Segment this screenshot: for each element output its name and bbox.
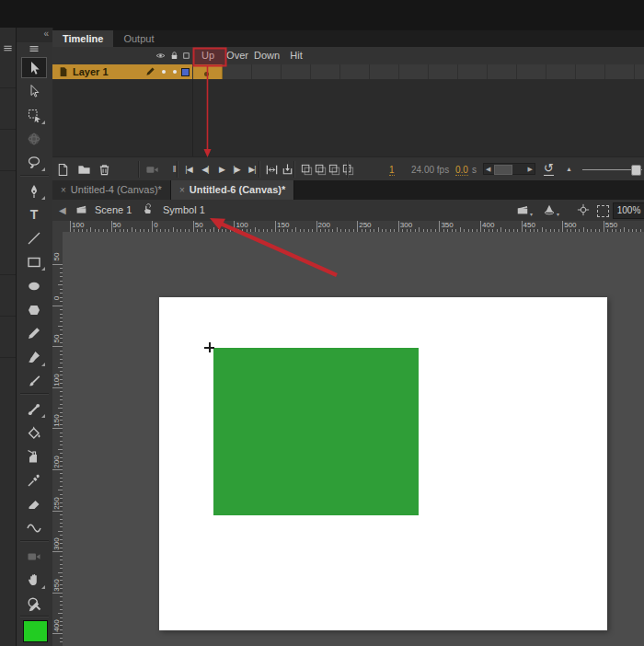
- layer-name-cell[interactable]: Layer 1: [52, 64, 192, 79]
- tool-oval-tool[interactable]: [21, 275, 47, 296]
- center-frame-button[interactable]: [264, 162, 279, 177]
- tool-paint-bucket-tool[interactable]: [21, 422, 47, 444]
- frame-cell[interactable]: [223, 64, 252, 79]
- hamburger-icon[interactable]: [29, 43, 40, 54]
- zoom-level-input[interactable]: 100%: [613, 202, 644, 219]
- tool-camera-tool[interactable]: [21, 546, 47, 567]
- modify-markers-button[interactable]: [340, 162, 355, 177]
- tool-line-tool[interactable]: [21, 228, 47, 249]
- sq-column-header[interactable]: [181, 51, 191, 61]
- frame-cell[interactable]: [635, 64, 644, 79]
- tool-lasso-tool[interactable]: [21, 152, 47, 173]
- layer-name[interactable]: Layer 1: [73, 66, 109, 77]
- frame-cell[interactable]: [429, 64, 458, 79]
- tool-eyedropper-tool[interactable]: [21, 470, 47, 491]
- pause-indicator[interactable]: ‖: [167, 162, 181, 177]
- collapse-panels-icon[interactable]: «: [43, 29, 49, 39]
- frame-cell[interactable]: [546, 64, 576, 79]
- collapse-footer-icon[interactable]: ▲: [566, 166, 572, 172]
- onion-skin-outlines-button[interactable]: [313, 162, 328, 177]
- layer-row[interactable]: Layer 1: [52, 64, 644, 79]
- breadcrumb-symbol[interactable]: Symbol 1: [163, 204, 205, 215]
- delete-layer-button[interactable]: [97, 162, 111, 177]
- frame-cell[interactable]: [605, 64, 635, 79]
- breadcrumb-scene[interactable]: Scene 1: [95, 204, 132, 215]
- dock-divider: [0, 316, 16, 317]
- reset-timeline-button[interactable]: ↺: [544, 161, 554, 176]
- frame-cell[interactable]: [282, 64, 311, 79]
- clip-content-button[interactable]: [597, 205, 609, 217]
- tool-text-tool[interactable]: T: [21, 204, 47, 225]
- timeline-scrollbar[interactable]: ◀▶: [483, 163, 535, 175]
- frame-cell[interactable]: [370, 64, 399, 79]
- stage-canvas[interactable]: [159, 297, 607, 630]
- green-rectangle-shape[interactable]: [213, 348, 419, 515]
- tool-pen-tool[interactable]: [21, 180, 47, 202]
- tab-output[interactable]: Output: [113, 30, 164, 47]
- timeline-zoom-thumb[interactable]: [631, 165, 641, 176]
- edit-multiple-frames-button[interactable]: [327, 162, 341, 177]
- frame-cell[interactable]: [488, 64, 517, 79]
- tool-paint-brush-tool[interactable]: [21, 370, 47, 391]
- go-to-first-frame-button[interactable]: |◀: [181, 162, 196, 177]
- timeline-empty-area[interactable]: [52, 79, 644, 156]
- tool-free-transform-tool[interactable]: [21, 105, 47, 126]
- collapsed-panel-dock[interactable]: [0, 28, 17, 646]
- layer-visibility-dot[interactable]: [162, 70, 166, 74]
- ruler-label: 200: [53, 456, 61, 468]
- frame-rate-indicator[interactable]: 24.00 fps: [411, 165, 449, 175]
- step-forward-button[interactable]: |▶: [229, 162, 244, 177]
- elapsed-time-indicator[interactable]: 0.0: [455, 165, 468, 176]
- loop-button[interactable]: [280, 162, 294, 177]
- layer-edit-pencil-icon[interactable]: [145, 66, 155, 76]
- document-tab[interactable]: ×Untitled-6 (Canvas)*: [171, 180, 294, 200]
- keyframe-cell-up[interactable]: [193, 64, 223, 79]
- frame-cell[interactable]: [517, 64, 546, 79]
- tool-3d-rotation-tool[interactable]: [21, 128, 47, 149]
- onion-skin-button[interactable]: [299, 162, 314, 177]
- fill-color-swatch[interactable]: [23, 620, 48, 642]
- frame-cell[interactable]: [252, 64, 282, 79]
- close-icon[interactable]: ×: [61, 185, 66, 195]
- tool-ink-bottle-tool[interactable]: [21, 446, 47, 467]
- tool-hand-tool[interactable]: [21, 570, 47, 591]
- new-layer-button[interactable]: [55, 162, 70, 177]
- tool-rectangle-tool[interactable]: [21, 251, 47, 272]
- frame-cell[interactable]: [576, 64, 605, 79]
- tool-bone-tool[interactable]: [21, 398, 47, 420]
- stroke-color-control[interactable]: [28, 600, 40, 613]
- tool-eraser-tool[interactable]: [21, 493, 47, 514]
- frame-cell[interactable]: [458, 64, 488, 79]
- tool-polystar-tool[interactable]: [21, 299, 47, 320]
- tool-subselection-tool[interactable]: [21, 81, 47, 102]
- frame-cell[interactable]: [399, 64, 429, 79]
- document-tab[interactable]: ×Untitled-4 (Canvas)*: [52, 180, 171, 200]
- tool-width-tool[interactable]: [21, 517, 47, 538]
- new-folder-button[interactable]: [76, 162, 91, 177]
- scroll-left-icon[interactable]: ◀: [486, 165, 490, 174]
- eye-column-header[interactable]: [155, 51, 166, 61]
- lock-column-header[interactable]: [169, 51, 179, 61]
- center-stage-button[interactable]: [577, 203, 590, 216]
- layer-outline-color-swatch[interactable]: [181, 68, 190, 76]
- tool-pencil-tool[interactable]: [21, 323, 47, 344]
- tab-timeline[interactable]: Timeline: [52, 30, 113, 47]
- play-button[interactable]: ▶: [214, 162, 229, 177]
- scrollbar-thumb[interactable]: [494, 165, 512, 175]
- close-icon[interactable]: ×: [179, 185, 185, 195]
- back-button-icon[interactable]: ◀: [59, 205, 66, 215]
- edit-symbols-button[interactable]: [543, 203, 556, 216]
- hamburger-icon[interactable]: [3, 43, 13, 53]
- camera-button[interactable]: [144, 162, 159, 177]
- frame-cells[interactable]: [193, 64, 644, 79]
- frame-cell[interactable]: [340, 64, 370, 79]
- scroll-right-icon[interactable]: ▶: [528, 165, 533, 174]
- tool-selection-tool[interactable]: [21, 57, 47, 78]
- frame-cell[interactable]: [311, 64, 340, 79]
- step-back-button[interactable]: ◀|: [198, 162, 213, 177]
- edit-scene-button[interactable]: [516, 203, 529, 216]
- go-to-last-frame-button[interactable]: ▶|: [245, 162, 259, 177]
- current-frame-indicator[interactable]: 1: [389, 165, 395, 176]
- layer-lock-dot[interactable]: [173, 70, 177, 74]
- tool-brush-tool[interactable]: [21, 347, 47, 368]
